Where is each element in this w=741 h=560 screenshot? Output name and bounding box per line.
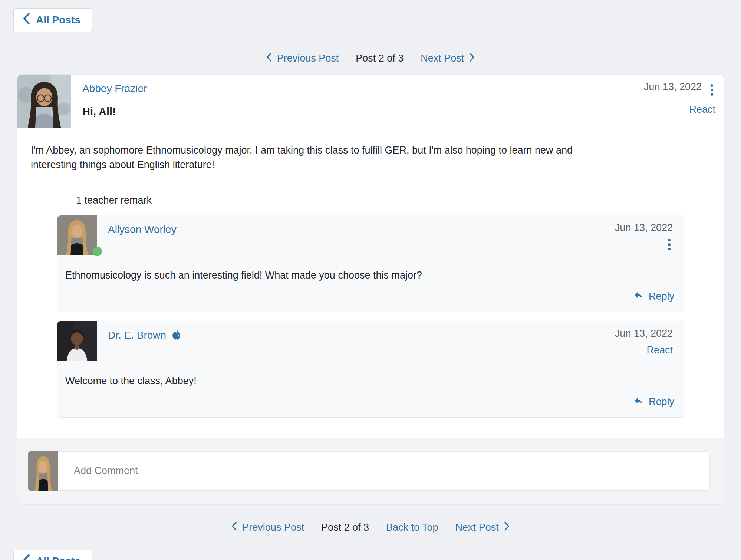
reply-icon (633, 396, 643, 408)
comment-header: Allyson Worley Jun 13, 2022 (57, 215, 684, 255)
comment-author-avatar[interactable] (57, 215, 97, 255)
post-pagination-top: Previous Post Post 2 of 3 Next Post (13, 52, 728, 65)
chevron-right-icon (504, 521, 510, 534)
post-pagination-bottom: Previous Post Post 2 of 3 Back to Top Ne… (13, 521, 728, 534)
reply-link[interactable]: Reply (633, 290, 674, 303)
divider (13, 42, 728, 42)
reply-row: Reply (57, 388, 684, 417)
comment-card: Dr. E. Brown Jun 13, 2022 React (57, 321, 684, 418)
remarks-count: 1 teacher remark (76, 195, 684, 206)
chevron-left-icon (23, 554, 30, 560)
chevron-left-icon (23, 13, 30, 27)
comment-date: Jun 13, 2022 (615, 328, 673, 339)
remarks-section: 1 teacher remark (17, 182, 724, 438)
post-author-avatar[interactable] (17, 75, 71, 128)
comment-card: Allyson Worley Jun 13, 2022 Ethnomusicol… (57, 215, 684, 312)
post-header-meta: Jun 13, 2022 React (644, 75, 724, 115)
comment-author-row: Dr. E. Brown (97, 321, 615, 341)
reply-link[interactable]: Reply (633, 396, 674, 408)
all-posts-button-bottom[interactable]: All Posts (13, 550, 92, 560)
comment-author-link[interactable]: Dr. E. Brown (108, 329, 166, 341)
react-link[interactable]: React (646, 345, 673, 356)
post-card: Abbey Frazier Hi, All! Jun 13, 2022 Reac… (17, 74, 724, 504)
kebab-menu-icon[interactable] (666, 237, 673, 253)
apple-icon (171, 330, 182, 341)
chevron-left-icon (266, 52, 272, 65)
add-comment-section (17, 438, 724, 504)
reply-row: Reply (57, 283, 684, 312)
kebab-menu-icon[interactable] (708, 82, 715, 98)
add-comment-input[interactable] (58, 451, 710, 491)
comment-avatar-wrap (57, 321, 97, 361)
next-post-link[interactable]: Next Post (421, 52, 475, 65)
post-header-text: Abbey Frazier Hi, All! (71, 75, 644, 118)
all-posts-label: All Posts (36, 14, 80, 26)
reply-icon (633, 290, 643, 303)
post-position-label: Post 2 of 3 (321, 522, 369, 533)
comment-meta: Jun 13, 2022 React (615, 321, 684, 356)
next-post-link[interactable]: Next Post (455, 521, 510, 534)
discussion-post-page: All Posts Previous Post Post 2 of 3 Next… (0, 0, 741, 560)
previous-post-link[interactable]: Previous Post (231, 521, 304, 534)
post-title: Hi, All! (82, 106, 644, 118)
all-posts-button-top[interactable]: All Posts (13, 8, 92, 32)
comment-author-link[interactable]: Allyson Worley (108, 224, 177, 235)
post-header: Abbey Frazier Hi, All! Jun 13, 2022 Reac… (17, 75, 724, 128)
back-to-top-link[interactable]: Back to Top (386, 522, 438, 533)
comment-meta: Jun 13, 2022 (615, 215, 684, 253)
post-author-link[interactable]: Abbey Frazier (82, 83, 147, 94)
current-user-avatar (28, 451, 58, 491)
previous-post-link[interactable]: Previous Post (266, 52, 339, 65)
comment-author-row: Allyson Worley (97, 215, 615, 235)
comment-header: Dr. E. Brown Jun 13, 2022 React (57, 321, 684, 361)
online-indicator (93, 247, 102, 256)
post-date: Jun 13, 2022 (644, 81, 702, 93)
comment-avatar-wrap (57, 215, 97, 255)
post-position-label: Post 2 of 3 (356, 53, 404, 64)
all-posts-label: All Posts (36, 555, 80, 560)
comment-body: Welcome to the class, Abbey! (57, 361, 684, 388)
comment-author-avatar[interactable] (57, 321, 97, 361)
post-body: I'm Abbey, an sophomore Ethnomusicology … (17, 128, 611, 182)
comment-date: Jun 13, 2022 (615, 222, 673, 234)
react-link[interactable]: React (689, 104, 715, 115)
chevron-left-icon (231, 521, 237, 534)
comment-body: Ethnomusicology is such an interesting f… (57, 255, 684, 283)
chevron-right-icon (469, 52, 475, 65)
